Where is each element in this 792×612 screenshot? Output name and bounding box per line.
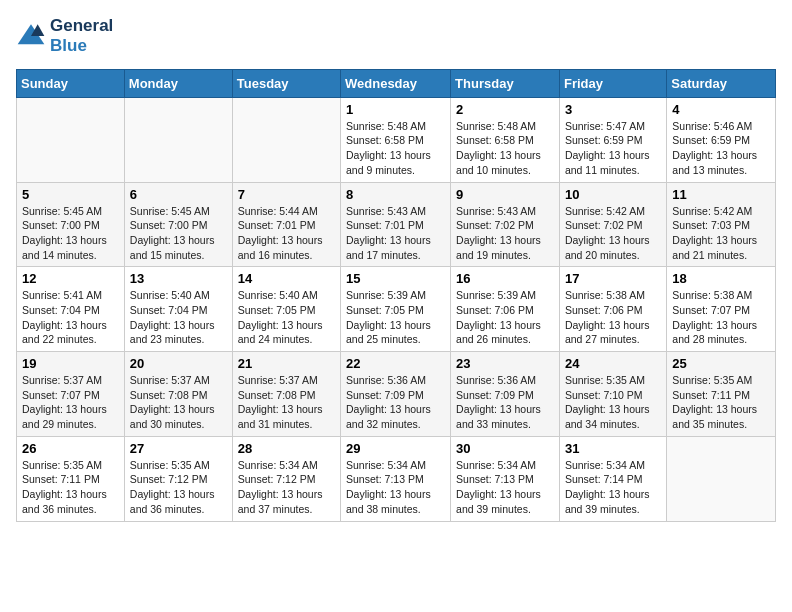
day-number: 16 [456,271,554,286]
cell-info: Sunrise: 5:40 AMSunset: 7:04 PMDaylight:… [130,288,227,347]
day-number: 10 [565,187,661,202]
day-number: 29 [346,441,445,456]
cell-info: Sunrise: 5:34 AMSunset: 7:14 PMDaylight:… [565,458,661,517]
day-number: 20 [130,356,227,371]
column-header-thursday: Thursday [451,69,560,97]
cell-info: Sunrise: 5:36 AMSunset: 7:09 PMDaylight:… [456,373,554,432]
cell-info: Sunrise: 5:48 AMSunset: 6:58 PMDaylight:… [456,119,554,178]
calendar-cell: 28Sunrise: 5:34 AMSunset: 7:12 PMDayligh… [232,436,340,521]
column-header-friday: Friday [559,69,666,97]
cell-info: Sunrise: 5:38 AMSunset: 7:07 PMDaylight:… [672,288,770,347]
cell-info: Sunrise: 5:39 AMSunset: 7:06 PMDaylight:… [456,288,554,347]
column-header-saturday: Saturday [667,69,776,97]
cell-info: Sunrise: 5:35 AMSunset: 7:10 PMDaylight:… [565,373,661,432]
day-number: 15 [346,271,445,286]
cell-info: Sunrise: 5:35 AMSunset: 7:11 PMDaylight:… [22,458,119,517]
cell-info: Sunrise: 5:43 AMSunset: 7:02 PMDaylight:… [456,204,554,263]
calendar-cell: 27Sunrise: 5:35 AMSunset: 7:12 PMDayligh… [124,436,232,521]
logo-icon [16,21,46,51]
cell-info: Sunrise: 5:47 AMSunset: 6:59 PMDaylight:… [565,119,661,178]
day-number: 26 [22,441,119,456]
day-number: 7 [238,187,335,202]
calendar-cell: 4Sunrise: 5:46 AMSunset: 6:59 PMDaylight… [667,97,776,182]
calendar-cell: 19Sunrise: 5:37 AMSunset: 7:07 PMDayligh… [17,352,125,437]
calendar-cell: 14Sunrise: 5:40 AMSunset: 7:05 PMDayligh… [232,267,340,352]
cell-info: Sunrise: 5:37 AMSunset: 7:07 PMDaylight:… [22,373,119,432]
calendar-cell [124,97,232,182]
cell-info: Sunrise: 5:46 AMSunset: 6:59 PMDaylight:… [672,119,770,178]
day-number: 19 [22,356,119,371]
page-header: General Blue [16,16,776,57]
calendar-cell: 1Sunrise: 5:48 AMSunset: 6:58 PMDaylight… [341,97,451,182]
calendar-cell: 10Sunrise: 5:42 AMSunset: 7:02 PMDayligh… [559,182,666,267]
calendar-cell: 17Sunrise: 5:38 AMSunset: 7:06 PMDayligh… [559,267,666,352]
calendar-cell: 20Sunrise: 5:37 AMSunset: 7:08 PMDayligh… [124,352,232,437]
day-number: 4 [672,102,770,117]
week-row: 1Sunrise: 5:48 AMSunset: 6:58 PMDaylight… [17,97,776,182]
calendar-cell [232,97,340,182]
day-number: 17 [565,271,661,286]
calendar-cell: 21Sunrise: 5:37 AMSunset: 7:08 PMDayligh… [232,352,340,437]
cell-info: Sunrise: 5:35 AMSunset: 7:12 PMDaylight:… [130,458,227,517]
cell-info: Sunrise: 5:36 AMSunset: 7:09 PMDaylight:… [346,373,445,432]
day-number: 2 [456,102,554,117]
day-number: 23 [456,356,554,371]
day-number: 8 [346,187,445,202]
calendar-cell: 8Sunrise: 5:43 AMSunset: 7:01 PMDaylight… [341,182,451,267]
cell-info: Sunrise: 5:40 AMSunset: 7:05 PMDaylight:… [238,288,335,347]
column-header-sunday: Sunday [17,69,125,97]
column-header-tuesday: Tuesday [232,69,340,97]
day-number: 14 [238,271,335,286]
day-number: 12 [22,271,119,286]
day-number: 9 [456,187,554,202]
logo-text: General Blue [50,16,113,57]
day-number: 27 [130,441,227,456]
cell-info: Sunrise: 5:38 AMSunset: 7:06 PMDaylight:… [565,288,661,347]
calendar-cell: 22Sunrise: 5:36 AMSunset: 7:09 PMDayligh… [341,352,451,437]
week-row: 19Sunrise: 5:37 AMSunset: 7:07 PMDayligh… [17,352,776,437]
day-number: 11 [672,187,770,202]
cell-info: Sunrise: 5:34 AMSunset: 7:12 PMDaylight:… [238,458,335,517]
calendar-cell: 15Sunrise: 5:39 AMSunset: 7:05 PMDayligh… [341,267,451,352]
day-number: 18 [672,271,770,286]
calendar-cell: 25Sunrise: 5:35 AMSunset: 7:11 PMDayligh… [667,352,776,437]
calendar-cell: 12Sunrise: 5:41 AMSunset: 7:04 PMDayligh… [17,267,125,352]
calendar-cell [17,97,125,182]
cell-info: Sunrise: 5:37 AMSunset: 7:08 PMDaylight:… [130,373,227,432]
calendar-cell [667,436,776,521]
cell-info: Sunrise: 5:44 AMSunset: 7:01 PMDaylight:… [238,204,335,263]
cell-info: Sunrise: 5:35 AMSunset: 7:11 PMDaylight:… [672,373,770,432]
calendar-cell: 26Sunrise: 5:35 AMSunset: 7:11 PMDayligh… [17,436,125,521]
logo: General Blue [16,16,113,57]
cell-info: Sunrise: 5:34 AMSunset: 7:13 PMDaylight:… [346,458,445,517]
cell-info: Sunrise: 5:42 AMSunset: 7:02 PMDaylight:… [565,204,661,263]
cell-info: Sunrise: 5:37 AMSunset: 7:08 PMDaylight:… [238,373,335,432]
day-number: 28 [238,441,335,456]
calendar-cell: 5Sunrise: 5:45 AMSunset: 7:00 PMDaylight… [17,182,125,267]
day-number: 5 [22,187,119,202]
cell-info: Sunrise: 5:45 AMSunset: 7:00 PMDaylight:… [130,204,227,263]
calendar-cell: 11Sunrise: 5:42 AMSunset: 7:03 PMDayligh… [667,182,776,267]
calendar-cell: 18Sunrise: 5:38 AMSunset: 7:07 PMDayligh… [667,267,776,352]
week-row: 12Sunrise: 5:41 AMSunset: 7:04 PMDayligh… [17,267,776,352]
day-number: 24 [565,356,661,371]
calendar-cell: 24Sunrise: 5:35 AMSunset: 7:10 PMDayligh… [559,352,666,437]
cell-info: Sunrise: 5:39 AMSunset: 7:05 PMDaylight:… [346,288,445,347]
column-header-wednesday: Wednesday [341,69,451,97]
calendar-cell: 30Sunrise: 5:34 AMSunset: 7:13 PMDayligh… [451,436,560,521]
column-header-monday: Monday [124,69,232,97]
day-number: 31 [565,441,661,456]
day-number: 1 [346,102,445,117]
cell-info: Sunrise: 5:42 AMSunset: 7:03 PMDaylight:… [672,204,770,263]
calendar-cell: 9Sunrise: 5:43 AMSunset: 7:02 PMDaylight… [451,182,560,267]
calendar-cell: 23Sunrise: 5:36 AMSunset: 7:09 PMDayligh… [451,352,560,437]
day-number: 3 [565,102,661,117]
calendar-cell: 7Sunrise: 5:44 AMSunset: 7:01 PMDaylight… [232,182,340,267]
week-row: 26Sunrise: 5:35 AMSunset: 7:11 PMDayligh… [17,436,776,521]
cell-info: Sunrise: 5:45 AMSunset: 7:00 PMDaylight:… [22,204,119,263]
calendar-cell: 13Sunrise: 5:40 AMSunset: 7:04 PMDayligh… [124,267,232,352]
cell-info: Sunrise: 5:43 AMSunset: 7:01 PMDaylight:… [346,204,445,263]
cell-info: Sunrise: 5:34 AMSunset: 7:13 PMDaylight:… [456,458,554,517]
day-number: 6 [130,187,227,202]
calendar-cell: 16Sunrise: 5:39 AMSunset: 7:06 PMDayligh… [451,267,560,352]
